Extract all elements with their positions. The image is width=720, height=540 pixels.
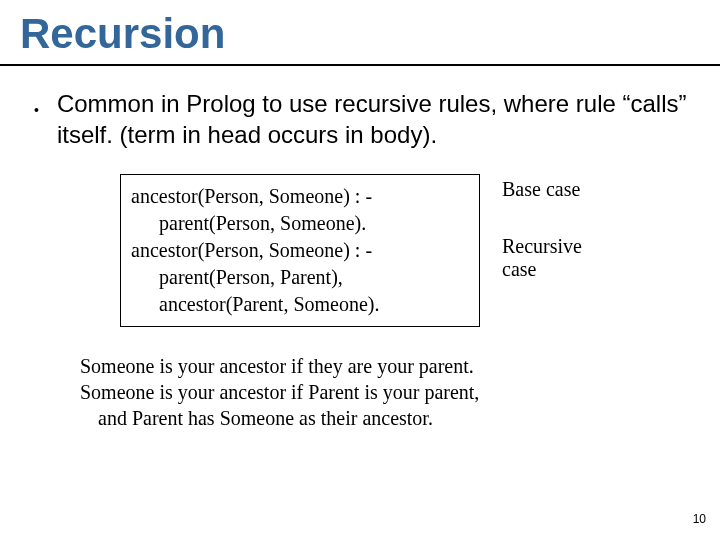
slide: Recursion • Common in Prolog to use recu… (0, 0, 720, 540)
slide-content: • Common in Prolog to use recursive rule… (20, 66, 700, 431)
code-line: parent(Person, Parent), (131, 264, 469, 291)
explanation-text: Someone is your ancestor if they are you… (80, 353, 690, 431)
explanation-line: Someone is your ancestor if they are you… (80, 353, 690, 379)
bullet-item: • Common in Prolog to use recursive rule… (30, 88, 690, 150)
annotation-base-case: Base case (502, 178, 582, 201)
code-line: parent(Person, Someone). (131, 210, 469, 237)
code-box: ancestor(Person, Someone) : - parent(Per… (120, 174, 480, 327)
page-number: 10 (693, 512, 706, 526)
code-line: ancestor(Parent, Someone). (131, 291, 469, 318)
code-annotations: Base case Recursive case (502, 174, 582, 281)
code-line: ancestor(Person, Someone) : - (131, 183, 469, 210)
code-row: ancestor(Person, Someone) : - parent(Per… (120, 174, 690, 327)
annotation-recursive-l1: Recursive (502, 235, 582, 258)
explanation-line: Someone is your ancestor if Parent is yo… (80, 379, 690, 405)
slide-title: Recursion (20, 10, 700, 58)
annotation-recursive-l2: case (502, 258, 582, 281)
bullet-text: Common in Prolog to use recursive rules,… (57, 88, 690, 150)
explanation-line: and Parent has Someone as their ancestor… (80, 405, 690, 431)
bullet-dot-icon: • (34, 102, 39, 118)
code-line: ancestor(Person, Someone) : - (131, 237, 469, 264)
